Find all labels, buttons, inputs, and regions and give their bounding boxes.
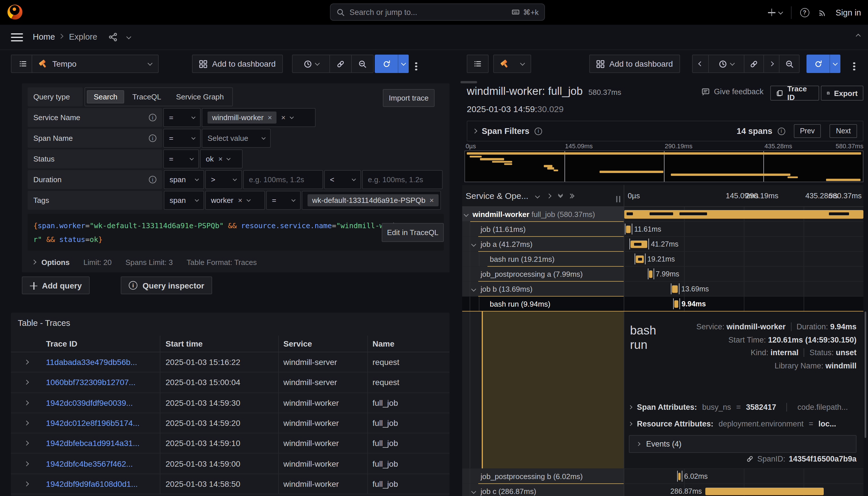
row-expand-caret[interactable] [11,474,44,494]
add-to-dashboard-button[interactable]: Add to dashboard [192,55,282,73]
export-button[interactable]: Export [821,86,864,100]
clear-icon[interactable]: × [281,113,285,122]
chevron-right-icon[interactable] [547,193,552,198]
span-bar[interactable] [672,285,678,293]
chevron-down-icon[interactable] [290,115,293,119]
import-trace-button[interactable]: Import trace [383,89,435,107]
scrollbar-thumb[interactable] [865,311,866,438]
span-bar[interactable] [636,255,644,263]
trace-id-button[interactable]: Trace ID [770,86,819,100]
table-row[interactable]: 1942dbfc4be3567f462...2025-01-03 14:59:0… [11,454,450,474]
remove-chip-icon[interactable]: × [267,113,272,122]
row-expand-caret[interactable] [11,352,44,372]
span-row[interactable]: job b (13.69ms)13.69ms [462,282,864,297]
tags-key[interactable]: worker× [205,191,265,210]
span-bar[interactable] [626,225,631,233]
trace-id-link[interactable]: 11dabada33e479db56b... [44,352,160,372]
expand-icon[interactable] [472,129,477,134]
row-expand-caret[interactable] [11,433,44,453]
tags-value[interactable]: wk-default-133114d6a91e-PSPQb× [302,191,441,210]
row-expand-caret[interactable] [11,413,44,433]
time-picker-button[interactable] [708,55,744,73]
row-expand-caret[interactable] [11,373,44,392]
query-history-button-right[interactable] [467,55,489,73]
give-feedback-button[interactable]: Give feedback [701,87,764,96]
breadcrumb-home[interactable]: Home [33,32,55,41]
shift-time-forward-button[interactable] [763,55,779,73]
options-row[interactable]: Options Limit: 20 Spans Limit: 3 Table F… [28,255,444,269]
span-row[interactable]: bash run (19.21ms)19.21ms [462,252,864,267]
datasource-picker-right[interactable] [493,55,531,73]
table-row[interactable]: 1942dc012e8f196b5174...2025-01-03 14:59:… [11,413,450,434]
service-name-chip[interactable]: windmill-worker× [207,111,277,124]
span-attributes-row[interactable]: Span Attributes: busy_ns=3582417 code.fi… [629,399,856,416]
status-value[interactable]: ok× [200,150,243,168]
new-menu-button[interactable] [768,9,782,16]
span-name-value[interactable]: Select value [202,129,271,148]
menu-toggle-icon[interactable] [11,33,23,41]
shift-time-back-button[interactable] [693,55,708,73]
span-bar[interactable] [624,210,864,218]
trace-id-link[interactable]: 1942dbf9d9fa6108d0d1... [44,474,160,494]
table-row[interactable]: 1942dbfebca1d9914a31...2025-01-03 14:59:… [11,433,450,454]
duration-op-gt[interactable]: > [205,170,242,189]
row-expand-caret[interactable] [11,454,44,474]
column-resize-icon[interactable] [616,194,620,205]
trace-id-link[interactable]: 1942dbfc4be3567f462... [44,454,160,474]
span-bar[interactable] [649,270,652,278]
sign-in-button[interactable]: Sign in [836,8,861,17]
trace-id-link[interactable]: 1942dc012e8f196b5174... [44,413,160,433]
collapse-span-icon[interactable] [471,489,476,494]
span-row[interactable]: job_postprocessing b (6.02ms)6.02ms [462,469,864,484]
span-bar[interactable] [631,240,648,248]
panel-menu-icon[interactable] [853,59,855,69]
next-button[interactable]: Next [830,124,857,138]
share-icon[interactable] [108,32,118,42]
collapse-all-icon[interactable] [559,195,562,197]
collapse-span-icon[interactable] [471,287,476,292]
tags-scope[interactable]: span [164,191,204,210]
trace-id-link[interactable]: 1942dbfebca1d9914a31... [44,433,160,453]
row-expand-caret[interactable] [11,393,44,413]
pane-resize-handle[interactable] [461,81,477,83]
datasource-picker[interactable]: Tempo [32,55,159,73]
span-row[interactable]: job c (286.87ms)286.87ms [462,484,864,496]
chevron-down-icon[interactable] [126,34,131,40]
span-row[interactable]: job (11.61ms)11.61ms [462,222,864,237]
table-row[interactable]: 1942dbf9d9fa6108d0d1...2025-01-03 14:58:… [11,474,450,495]
span-bar[interactable] [678,472,681,480]
span-name-operator[interactable]: = [163,129,201,148]
duration-min-input[interactable] [243,170,323,189]
edit-in-traceql-button[interactable]: Edit in TraceQL [382,223,444,242]
span-filters-section[interactable]: Span Filters i 14 spans i Prev Next [467,121,864,141]
refresh-interval-dropdown[interactable] [398,55,409,73]
collapse-pane-icon[interactable] [856,34,861,39]
sync-times-button[interactable] [329,55,351,73]
global-search[interactable]: ⌘+k [330,3,545,21]
zoom-out-button[interactable] [779,55,799,73]
col-name[interactable]: Name [367,336,450,352]
tags-value-chip[interactable]: wk-default-133114d6a91e-PSPQb× [308,194,438,206]
span-row[interactable]: bash run (9.94ms)9.94ms [462,297,864,311]
grafana-logo-icon[interactable] [7,4,22,19]
panel-menu-icon[interactable] [415,59,417,69]
add-query-button[interactable]: Add query [22,277,90,294]
table-row[interactable]: 1942dc039dfdf9e0039...2025-01-03 14:59:3… [11,393,450,413]
news-icon[interactable] [818,8,827,17]
sync-times-button[interactable] [744,55,763,73]
tags-operator[interactable]: = [266,191,301,210]
expand-all-icon[interactable] [570,194,574,198]
search-input[interactable] [350,8,507,16]
span-row[interactable]: job a (41.27ms)41.27ms [462,237,864,252]
span-bar[interactable] [674,300,678,308]
events-row[interactable]: Events (4) [629,435,856,453]
col-trace-id[interactable]: Trace ID [44,336,160,352]
trace-minimap[interactable] [464,151,864,182]
service-name-operator[interactable]: = [163,108,201,127]
service-name-value[interactable]: windmill-worker× × [202,108,315,127]
add-to-dashboard-button-right[interactable]: Add to dashboard [589,55,680,73]
link-icon[interactable] [746,455,754,463]
refresh-interval-dropdown[interactable] [830,55,840,73]
table-row[interactable]: 11dabada33e479db56b...2025-01-03 15:16:2… [11,352,450,373]
col-start-time[interactable]: Start time [160,336,278,352]
